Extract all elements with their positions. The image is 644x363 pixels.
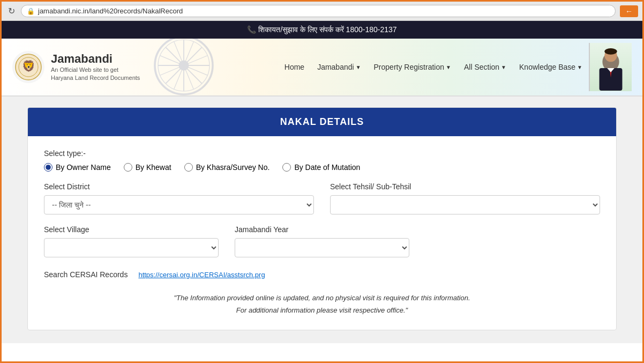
district-label: Select District <box>44 182 314 191</box>
nav-all-section[interactable]: All Section ▼ <box>463 61 507 73</box>
property-dropdown-arrow: ▼ <box>446 64 451 70</box>
cersai-section: Search CERSAI Records https://cersai.org… <box>44 268 600 279</box>
site-title: Jamabandi <box>51 52 140 66</box>
ashoka-wheel-decoration <box>152 39 216 97</box>
header-person-image <box>589 43 632 91</box>
main-nav: Home Jamabandi ▼ Property Registration ▼… <box>283 61 583 73</box>
year-group: Jamabandi Year <box>235 225 409 257</box>
nav-jamabandi[interactable]: Jamabandi ▼ <box>316 61 362 73</box>
village-year-row: Select Village Jamabandi Year <box>44 225 600 257</box>
svg-text:🦁: 🦁 <box>22 60 35 72</box>
district-group: Select District -- जिला चुने -- <box>44 182 314 214</box>
browser-frame: ↻ 🔒 jamabandi.nic.in/land%20records/Naka… <box>0 0 644 363</box>
nakal-details-header: NAKAL DETAILS <box>28 108 616 136</box>
govt-logo: 🦁 <box>12 51 44 83</box>
reload-button[interactable]: ↻ <box>6 6 17 17</box>
nakal-body: Select type:- By Owner Name By Khewat <box>28 136 616 330</box>
tehsil-label: Select Tehsil/ Sub-Tehsil <box>330 182 600 191</box>
district-select[interactable]: -- जिला चुने -- <box>44 195 314 214</box>
info-line1: "The Information provided online is upda… <box>44 292 600 304</box>
all-section-dropdown-arrow: ▼ <box>501 64 506 70</box>
notification-bar: 📞 शिकायत/सुझाव के लिए संपर्क करें 1800-1… <box>2 21 642 39</box>
cersai-link[interactable]: https://cersai.org.in/CERSAI/asstsrch.pr… <box>138 271 265 279</box>
radio-group: By Owner Name By Khewat By Khasra/Survey… <box>44 163 600 172</box>
site-subtitle: An Official Web site to get Haryana Land… <box>51 66 140 83</box>
nav-knowledge-base[interactable]: Knowledge Base ▼ <box>518 61 583 73</box>
radio-khasra[interactable]: By Khasra/Survey No. <box>184 163 270 172</box>
content-area: NAKAL DETAILS Select type:- By Owner Nam… <box>2 97 642 343</box>
nakal-card: NAKAL DETAILS Select type:- By Owner Nam… <box>27 107 617 330</box>
village-select[interactable] <box>44 238 219 257</box>
year-label: Jamabandi Year <box>235 225 409 234</box>
nav-property-registration[interactable]: Property Registration ▼ <box>373 61 452 73</box>
info-line2: For additional information please visit … <box>44 304 600 316</box>
url-bar: 🔒 jamabandi.nic.in/land%20records/NakalR… <box>21 5 616 17</box>
tehsil-select[interactable] <box>330 195 600 214</box>
url-text: jamabandi.nic.in/land%20records/NakalRec… <box>38 7 610 15</box>
nav-home[interactable]: Home <box>283 61 305 73</box>
jamabandi-dropdown-arrow: ▼ <box>356 64 361 70</box>
site-header: 🦁 Jamabandi An Official Web site to get … <box>2 39 642 97</box>
radio-owner-name[interactable]: By Owner Name <box>44 163 111 172</box>
select-type-label: Select type:- <box>44 149 600 158</box>
back-arrow-button[interactable]: ← <box>620 5 638 17</box>
browser-toolbar: ↻ 🔒 jamabandi.nic.in/land%20records/Naka… <box>2 2 642 21</box>
year-select[interactable] <box>235 238 409 257</box>
radio-date-of-mutation[interactable]: By Date of Mutation <box>282 163 360 172</box>
district-tehsil-row: Select District -- जिला चुने -- Select T… <box>44 182 600 214</box>
header-logo-area: 🦁 Jamabandi An Official Web site to get … <box>12 51 140 83</box>
village-label: Select Village <box>44 225 219 234</box>
spacer-group <box>425 225 600 257</box>
info-text: "The Information provided online is upda… <box>44 292 600 317</box>
cersai-label: Search CERSAI Records <box>44 270 128 279</box>
lock-icon: 🔒 <box>27 8 35 15</box>
notification-text: 📞 शिकायत/सुझाव के लिए संपर्क करें 1800-1… <box>247 25 396 34</box>
svg-point-17 <box>604 48 617 55</box>
village-group: Select Village <box>44 225 219 257</box>
knowledge-base-dropdown-arrow: ▼ <box>577 64 582 70</box>
tehsil-group: Select Tehsil/ Sub-Tehsil <box>330 182 600 214</box>
select-type-section: Select type:- By Owner Name By Khewat <box>44 149 600 172</box>
radio-khewat[interactable]: By Khewat <box>124 163 171 172</box>
